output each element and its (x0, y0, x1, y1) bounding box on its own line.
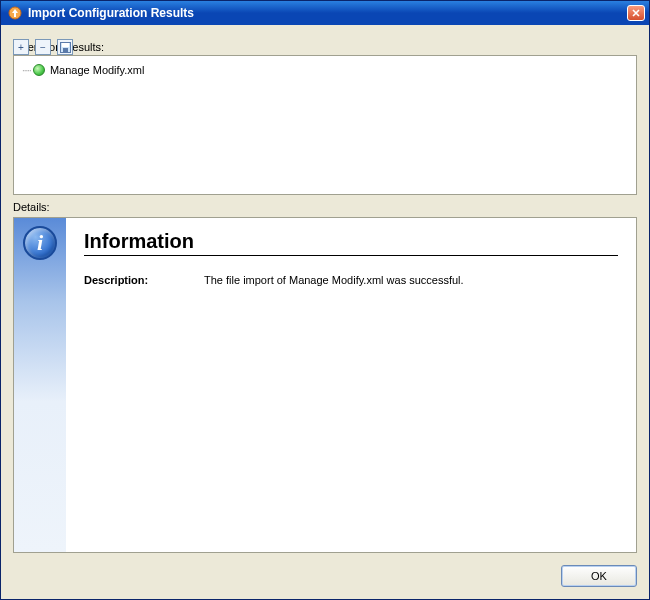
description-row: Description: The file import of Manage M… (84, 274, 618, 286)
svg-rect-2 (62, 43, 69, 47)
results-toolbar: + − (13, 39, 633, 55)
description-text: The file import of Manage Modify.xml was… (204, 274, 618, 286)
svg-rect-3 (63, 48, 68, 52)
button-row: OK (13, 553, 637, 587)
operation-results-panel: ····· Manage Modify.xml (13, 55, 637, 195)
info-stripe: i (14, 218, 66, 552)
info-heading: Information (84, 230, 618, 256)
content-area: Operation Results: + − ····· Manage Modi… (1, 25, 649, 599)
save-icon[interactable] (57, 39, 73, 55)
tree-item-label: Manage Modify.xml (50, 64, 145, 76)
info-glyph: i (37, 230, 43, 256)
info-icon: i (23, 226, 57, 260)
expand-all-icon[interactable]: + (13, 39, 29, 55)
tree-item[interactable]: ····· Manage Modify.xml (22, 62, 628, 78)
app-icon (7, 5, 23, 21)
details-panel: i Information Description: The file impo… (13, 217, 637, 553)
ok-button[interactable]: OK (561, 565, 637, 587)
status-success-icon (33, 64, 45, 76)
titlebar: Import Configuration Results (1, 1, 649, 25)
details-body: Information Description: The file import… (66, 218, 636, 552)
dialog-window: Import Configuration Results Operation R… (0, 0, 650, 600)
details-label: Details: (13, 201, 637, 213)
close-button[interactable] (627, 5, 645, 21)
window-title: Import Configuration Results (28, 6, 627, 20)
tree-connector-icon: ····· (22, 65, 31, 76)
collapse-all-icon[interactable]: − (35, 39, 51, 55)
description-label: Description: (84, 274, 204, 286)
